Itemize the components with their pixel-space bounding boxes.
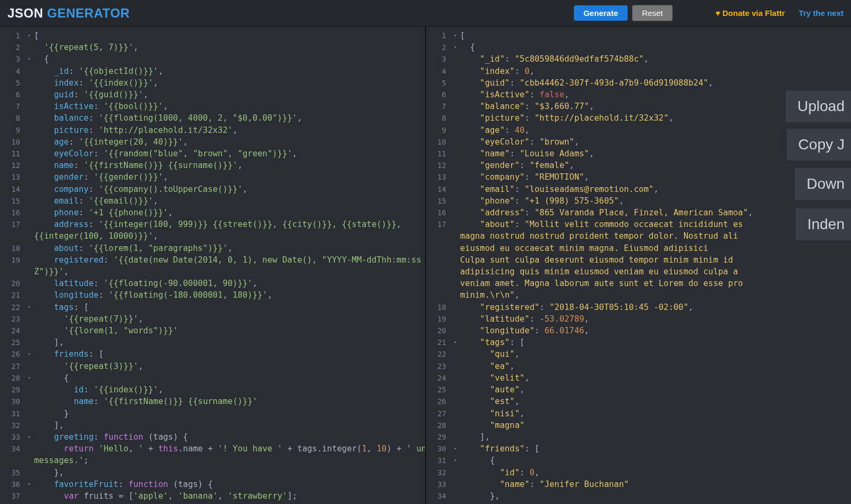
- reset-button[interactable]: Reset: [632, 5, 673, 21]
- upload-button[interactable]: Upload: [786, 90, 851, 122]
- template-editor[interactable]: 1234567891011121314151617 1819 202122232…: [0, 27, 425, 504]
- donate-link[interactable]: ♥ Donate via Flattr: [715, 9, 785, 18]
- try-next-link[interactable]: Try the next: [799, 9, 844, 18]
- template-code[interactable]: [ '{{repeat(5, 7)}}', { _id: '{{objectId…: [34, 27, 425, 504]
- generate-button[interactable]: Generate: [574, 5, 628, 21]
- output-editor[interactable]: 1234567891011121314151617 18192021222324…: [425, 27, 851, 504]
- editor-panes: 1234567891011121314151617 1819 202122232…: [0, 27, 851, 504]
- copy-json-button[interactable]: Copy J: [787, 129, 851, 161]
- header: JSON GENERATOR Generate Reset ♥ Donate v…: [0, 0, 851, 27]
- logo: JSON GENERATOR: [7, 6, 130, 21]
- download-button[interactable]: Down: [795, 168, 851, 200]
- indent-button[interactable]: Inden: [796, 208, 851, 240]
